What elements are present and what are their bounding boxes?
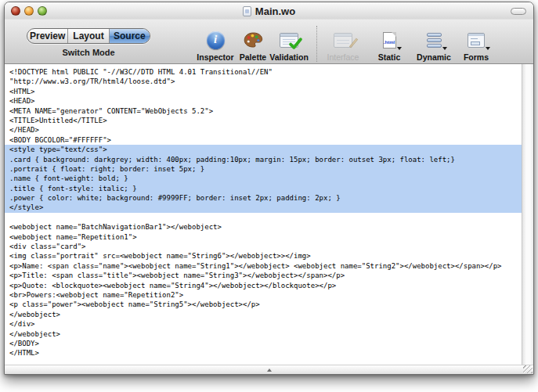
code-line (5, 213, 522, 222)
split-pane-divider[interactable] (5, 365, 533, 374)
code-line: </HTML> (5, 348, 522, 358)
code-line: </BODY> (5, 339, 522, 348)
content-area: <!DOCTYPE html PUBLIC "-//W3C//DTD HTML … (5, 64, 533, 374)
code-line: <p>Title: <span class="title"><webobject… (5, 271, 522, 280)
mode-switcher-group: Preview Layout Source Switch Mode (27, 28, 150, 57)
toolbar-toggle-pill[interactable] (511, 8, 526, 15)
dropdown-arrow-icon (486, 47, 490, 50)
code-line: <HEAD> (5, 96, 522, 106)
code-line: .name { font-weight: bold; } (5, 174, 522, 183)
toolbar-separator (316, 26, 317, 62)
window-title: Main.wo (255, 5, 295, 17)
info-icon: i (207, 29, 225, 51)
code-line: .portrait { float: right; border: inset … (5, 164, 522, 174)
code-line: .title { font-style: italic; } (5, 184, 522, 193)
code-line: <p>Name: <span class="name"><webobject n… (5, 261, 522, 271)
code-line: .card { background: darkgrey; width: 400… (5, 155, 522, 164)
dropdown-arrow-icon (397, 47, 402, 50)
code-line: </style> (5, 203, 522, 212)
forms-button[interactable]: Forms (460, 26, 493, 62)
interface-pencil-icon (334, 29, 352, 51)
mode-switcher-caption: Switch Mode (27, 48, 150, 57)
document-icon (243, 6, 251, 16)
title-bar[interactable]: Main.wo (5, 2, 533, 20)
inspector-button[interactable]: i Inspector (193, 26, 238, 62)
code-line: <p class="power"><webobject name="String… (5, 300, 522, 309)
code-line: <p>Quote: <blockquote><webobject name="S… (5, 281, 522, 290)
code-line: <!DOCTYPE html PUBLIC "-//W3C//DTD HTML … (5, 67, 522, 77)
code-line: <div class="card"> (5, 242, 522, 251)
tab-source[interactable]: Source (110, 29, 150, 43)
code-line: <HTML> (5, 87, 522, 96)
code-line: </div> (5, 319, 522, 329)
static-button[interactable]: .html Static (373, 26, 406, 62)
toolbar: Preview Layout Source Switch Mode i Insp… (5, 20, 533, 64)
validation-button[interactable]: Validation (266, 26, 312, 62)
dropdown-arrow-icon (442, 47, 447, 50)
code-line: <TITLE>Untitled</TITLE> (5, 116, 522, 125)
dynamic-button[interactable]: Dynamic (414, 26, 453, 62)
desktop: Main.wo Preview Layout Source Switch Mod… (0, 0, 538, 392)
code-line: </webobject> (5, 329, 522, 339)
webobjects-builder-window: Main.wo Preview Layout Source Switch Mod… (4, 2, 534, 375)
title-area: Main.wo (5, 2, 533, 20)
code-line: <META NAME="generator" CONTENT="WebObjec… (5, 106, 522, 116)
code-line: <br>Powers:<webobject name="Repetition2"… (5, 290, 522, 300)
code-line: <BODY BGCOLOR="#FFFFFF"> (5, 135, 522, 145)
tab-layout[interactable]: Layout (68, 29, 109, 43)
code-line: .power { color: white; background: #9999… (5, 193, 522, 203)
mode-segmented-control: Preview Layout Source (27, 28, 150, 44)
forms-window-icon (468, 29, 485, 51)
code-line: </HEAD> (5, 125, 522, 135)
code-line: </webobject> (5, 310, 522, 319)
code-line: <webobject name="Repetition1"> (5, 232, 522, 242)
tab-preview[interactable]: Preview (27, 29, 68, 43)
interface-button: Interface (322, 26, 364, 62)
code-line: <webobject name="BatchNavigationBar1"></… (5, 222, 522, 232)
code-line: <img class="portrait" src=<webobject nam… (5, 251, 522, 261)
code-line: <style type="text/css"> (5, 145, 522, 154)
code-line: "http://www.w3.org/TR/html4/loose.dtd"> (5, 77, 522, 86)
vertical-scrollbar[interactable] (522, 64, 533, 365)
resize-grip-icon[interactable] (523, 365, 533, 373)
split-collapse-handle-icon[interactable] (267, 369, 272, 372)
html-document-icon: .html (383, 29, 396, 51)
validation-check-icon (280, 29, 298, 51)
source-editor[interactable]: <!DOCTYPE html PUBLIC "-//W3C//DTD HTML … (5, 64, 533, 365)
dynamic-elements-icon (427, 29, 442, 51)
palette-icon (244, 29, 263, 51)
